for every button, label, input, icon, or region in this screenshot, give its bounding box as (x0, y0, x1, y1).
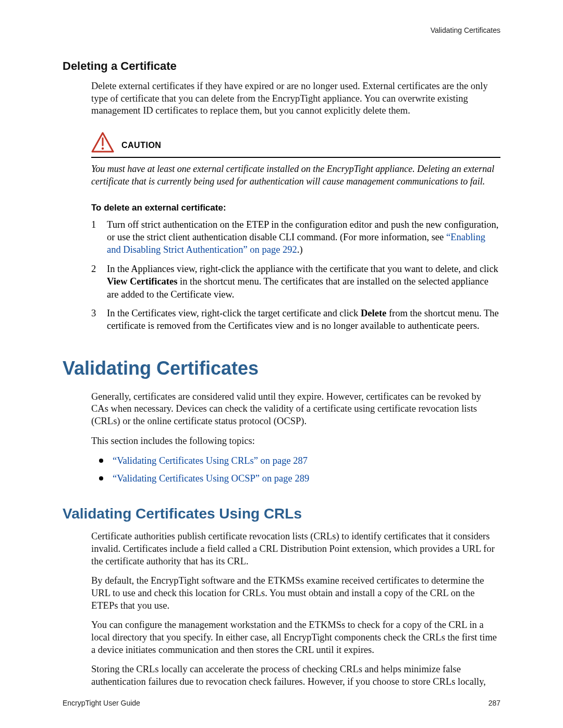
para-delete-intro: Delete external certificates if they hav… (91, 80, 500, 117)
caution-label: CAUTION (121, 141, 161, 153)
step-number: 2 (91, 263, 99, 301)
para-crl-3: You can configure the management worksta… (91, 619, 500, 656)
step-number: 3 (91, 307, 99, 332)
bullet-icon (99, 459, 103, 463)
bullet-icon (99, 476, 103, 480)
ui-view-certificates: View Certificates (107, 276, 177, 287)
svg-point-2 (102, 147, 104, 150)
running-header: Validating Certificates (63, 26, 500, 34)
step-2: 2 In the Appliances view, right-click th… (91, 263, 500, 301)
caution-icon (91, 132, 114, 153)
para-section-includes: This section includes the following topi… (91, 435, 500, 448)
topic-links: “Validating Certificates Using CRLs” on … (99, 454, 500, 486)
heading-validating-certificates: Validating Certificates (63, 357, 500, 379)
para-crl-4: Storing the CRLs locally can accelerate … (91, 663, 500, 688)
task-heading: To delete an external certificate: (91, 203, 500, 213)
caution-block: CAUTION You must have at least one exter… (91, 132, 500, 188)
caution-text: You must have at least one external cert… (91, 163, 500, 188)
caution-rule (91, 157, 500, 158)
link-validating-crls[interactable]: “Validating Certificates Using CRLs” on … (113, 454, 308, 468)
step-1-pre: Turn off strict authentication on the ET… (107, 219, 499, 242)
step-1: 1 Turn off strict authentication on the … (91, 218, 500, 256)
page-footer: EncrypTight User Guide 287 (63, 699, 500, 707)
step-2-pre: In the Appliances view, right-click the … (107, 264, 498, 274)
list-item: “Validating Certificates Using CRLs” on … (99, 454, 500, 468)
footer-page-number: 287 (488, 699, 500, 707)
footer-book-title: EncrypTight User Guide (63, 699, 140, 707)
step-3: 3 In the Certificates view, right-click … (91, 307, 500, 332)
step-1-post: .) (297, 244, 303, 255)
para-crl-1: Certificate authorities publish certific… (91, 530, 500, 567)
numbered-steps: 1 Turn off strict authentication on the … (91, 218, 500, 332)
page-content: Validating Certificates Deleting a Certi… (63, 26, 500, 696)
heading-deleting-certificate: Deleting a Certificate (63, 59, 500, 73)
para-crl-2: By default, the EncrypTight software and… (91, 575, 500, 612)
step-3-pre: In the Certificates view, right-click th… (107, 308, 361, 318)
ui-delete: Delete (361, 308, 386, 318)
step-number: 1 (91, 218, 99, 256)
heading-validating-crls: Validating Certificates Using CRLs (63, 505, 500, 522)
list-item: “Validating Certificates Using OCSP” on … (99, 472, 500, 486)
link-validating-ocsp[interactable]: “Validating Certificates Using OCSP” on … (113, 472, 309, 486)
para-validating-intro: Generally, certificates are considered v… (91, 391, 500, 428)
